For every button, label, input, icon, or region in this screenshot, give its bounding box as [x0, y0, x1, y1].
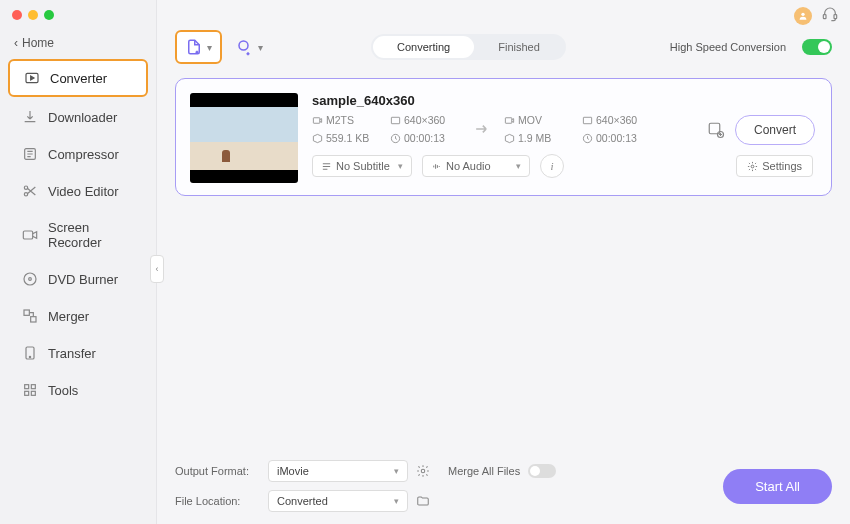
footer: Output Format: iMovie ▾ Merge All Files …: [175, 450, 832, 512]
arrow-icon: [468, 119, 496, 139]
scissors-icon: [22, 183, 38, 199]
sidebar-item-tools[interactable]: Tools: [8, 373, 148, 407]
merge-label: Merge All Files: [448, 465, 520, 477]
traffic-lights: [12, 10, 54, 20]
close-window-icon[interactable]: [12, 10, 22, 20]
chevron-down-icon: ▾: [207, 42, 212, 53]
tab-converting[interactable]: Converting: [373, 36, 474, 58]
sidebar-item-label: Downloader: [48, 110, 117, 125]
chevron-down-icon: ▾: [258, 42, 263, 53]
sidebar-item-downloader[interactable]: Downloader: [8, 100, 148, 134]
sidebar-item-label: DVD Burner: [48, 272, 118, 287]
sidebar-item-converter[interactable]: Converter: [8, 59, 148, 97]
dst-duration: 00:00:13: [582, 132, 652, 144]
info-button[interactable]: i: [540, 154, 564, 178]
edit-tools-icon[interactable]: [707, 121, 725, 143]
chevron-down-icon: ▾: [394, 466, 399, 476]
dst-format: MOV: [504, 114, 574, 126]
transfer-icon: [22, 345, 38, 361]
chevron-down-icon: ▾: [394, 496, 399, 506]
src-format: M2TS: [312, 114, 382, 126]
merge-toggle[interactable]: [528, 464, 556, 478]
file-name: sample_640x360: [312, 93, 813, 108]
svg-point-26: [751, 165, 754, 168]
svg-rect-12: [31, 317, 36, 322]
svg-rect-8: [23, 231, 32, 239]
merger-icon: [22, 308, 38, 324]
output-format-label: Output Format:: [175, 465, 260, 477]
svg-rect-20: [313, 117, 319, 123]
svg-point-0: [801, 13, 804, 16]
maximize-window-icon[interactable]: [44, 10, 54, 20]
src-size: 559.1 KB: [312, 132, 382, 144]
sidebar-item-screen-recorder[interactable]: Screen Recorder: [8, 211, 148, 259]
sidebar-item-transfer[interactable]: Transfer: [8, 336, 148, 370]
download-icon: [22, 109, 38, 125]
folder-open-icon[interactable]: [416, 494, 430, 508]
grid-icon: [22, 382, 38, 398]
support-icon[interactable]: [822, 6, 838, 26]
sidebar-item-video-editor[interactable]: Video Editor: [8, 174, 148, 208]
recorder-icon: [22, 227, 38, 243]
audio-select[interactable]: No Audio ▾: [422, 155, 530, 177]
chevron-down-icon: ▾: [398, 161, 403, 171]
svg-rect-2: [834, 15, 837, 19]
add-link-button[interactable]: ▾: [232, 32, 267, 62]
sidebar-item-label: Merger: [48, 309, 89, 324]
main-panel: ▾ ▾ Converting Finished High Speed Conve…: [157, 0, 850, 524]
chevron-down-icon: ▾: [516, 161, 521, 171]
svg-marker-4: [31, 76, 34, 80]
output-settings-icon[interactable]: [416, 464, 430, 478]
sidebar-item-label: Video Editor: [48, 184, 119, 199]
video-thumbnail[interactable]: [190, 93, 298, 183]
svg-rect-1: [823, 15, 826, 19]
svg-point-19: [239, 41, 248, 50]
svg-rect-21: [391, 117, 399, 123]
add-file-button[interactable]: ▾: [175, 30, 222, 64]
file-card: sample_640x360 M2TS 640×360 MOV 640×360 …: [175, 78, 832, 196]
home-breadcrumb[interactable]: ‹ Home: [0, 30, 156, 56]
svg-point-29: [421, 469, 425, 473]
minimize-window-icon[interactable]: [28, 10, 38, 20]
add-file-icon: [185, 38, 203, 56]
sidebar-item-label: Screen Recorder: [48, 220, 134, 250]
subtitle-icon: [321, 161, 332, 172]
avatar[interactable]: [794, 7, 812, 25]
tab-finished[interactable]: Finished: [474, 36, 564, 58]
svg-rect-17: [25, 391, 29, 395]
disc-icon: [22, 271, 38, 287]
convert-button[interactable]: Convert: [735, 115, 815, 145]
sidebar-collapse-handle[interactable]: ‹: [150, 255, 164, 283]
sidebar-item-label: Compressor: [48, 147, 119, 162]
sidebar-item-merger[interactable]: Merger: [8, 299, 148, 333]
sidebar-item-label: Transfer: [48, 346, 96, 361]
compressor-icon: [22, 146, 38, 162]
svg-rect-11: [24, 310, 29, 315]
high-speed-label: High Speed Conversion: [670, 41, 786, 53]
link-icon: [236, 38, 254, 56]
sidebar: ‹ Home Converter Downloader Compressor V…: [0, 0, 157, 524]
src-resolution: 640×360: [390, 114, 460, 126]
svg-rect-22: [505, 117, 511, 123]
file-location-select[interactable]: Converted ▾: [268, 490, 408, 512]
settings-button[interactable]: Settings: [736, 155, 813, 177]
status-tabs: Converting Finished: [371, 34, 566, 60]
top-right-icons: [794, 6, 838, 26]
high-speed-toggle[interactable]: [802, 39, 832, 55]
chevron-left-icon: ‹: [14, 36, 18, 50]
audio-icon: [431, 161, 442, 172]
sidebar-item-compressor[interactable]: Compressor: [8, 137, 148, 171]
dst-resolution: 640×360: [582, 114, 652, 126]
file-location-label: File Location:: [175, 495, 260, 507]
svg-rect-23: [583, 117, 591, 123]
toolbar: ▾ ▾ Converting Finished High Speed Conve…: [175, 30, 832, 64]
sidebar-item-dvd-burner[interactable]: DVD Burner: [8, 262, 148, 296]
svg-rect-16: [31, 385, 35, 389]
sidebar-item-label: Converter: [50, 71, 107, 86]
output-format-select[interactable]: iMovie ▾: [268, 460, 408, 482]
svg-point-10: [29, 278, 32, 281]
subtitle-select[interactable]: No Subtitle ▾: [312, 155, 412, 177]
svg-rect-15: [25, 385, 29, 389]
sidebar-item-label: Tools: [48, 383, 78, 398]
start-all-button[interactable]: Start All: [723, 469, 832, 504]
